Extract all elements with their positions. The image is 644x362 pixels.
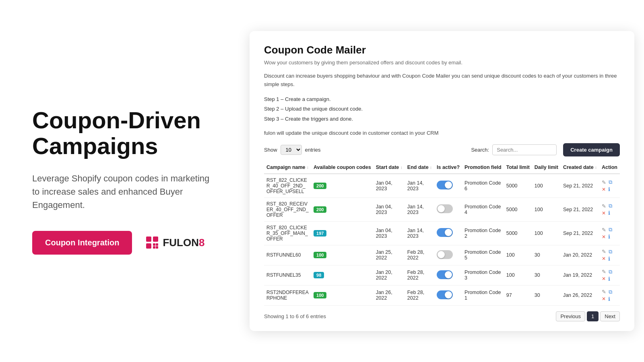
edit-icon[interactable]: ✎ — [602, 227, 606, 233]
col-created-date: Created date ↕ — [561, 161, 599, 174]
info-icon[interactable]: ℹ — [608, 210, 610, 216]
edit-icon[interactable]: ✎ — [602, 289, 606, 295]
svg-rect-6 — [156, 246, 158, 249]
info-icon[interactable]: ℹ — [608, 186, 610, 192]
previous-button[interactable]: Previous — [556, 311, 585, 321]
cell-end-date: Feb 28, 2022 — [405, 245, 434, 265]
entries-select[interactable]: 10 — [281, 145, 302, 155]
pagination-buttons: Previous 1 Next — [556, 311, 620, 321]
cell-created: Sep 21, 2022 — [561, 174, 599, 198]
toggle-1[interactable] — [437, 204, 453, 213]
page-1-button[interactable]: 1 — [587, 311, 599, 321]
fulon-icon — [145, 235, 159, 250]
toggle-0[interactable] — [437, 181, 453, 189]
heading-line1: Coupon-Driven — [32, 107, 201, 133]
cell-start-date: Jan 04, 2023 — [374, 197, 405, 221]
svg-rect-1 — [146, 243, 151, 249]
cell-end-date: Jan 14, 2023 — [405, 221, 434, 245]
delete-icon[interactable]: ✕ — [602, 187, 606, 192]
toggle-4[interactable] — [437, 270, 453, 279]
entries-label: entries — [305, 147, 321, 153]
info-icon[interactable]: ℹ — [608, 234, 610, 240]
pagination-row: Showing 1 to 6 of 6 entries Previous 1 N… — [264, 311, 620, 321]
card-title: Coupon Code Mailer — [264, 44, 620, 56]
delete-icon[interactable]: ✕ — [602, 276, 606, 282]
show-label: Show — [264, 147, 277, 153]
card-header: Coupon Code Mailer Wow your customers by… — [264, 44, 620, 136]
footer-text: Showing 1 to 6 of 6 entries — [264, 313, 326, 319]
delete-icon[interactable]: ✕ — [602, 234, 606, 240]
col-end-date: End date ↕ — [405, 161, 434, 174]
cell-action: ✎ ⧉ ✕ ℹ — [599, 265, 620, 285]
cell-end-date: Feb 28, 2022 — [405, 285, 434, 305]
toggle-3[interactable] — [437, 250, 453, 259]
toggle-5[interactable] — [437, 290, 453, 299]
edit-icon[interactable]: ✎ — [602, 179, 606, 185]
cell-end-date: Jan 14, 2023 — [405, 197, 434, 221]
copy-icon[interactable]: ⧉ — [609, 269, 612, 275]
copy-icon[interactable]: ⧉ — [609, 249, 612, 255]
cell-promo: Promotion Code 4 — [462, 197, 504, 221]
copy-icon[interactable]: ⧉ — [609, 203, 612, 209]
cell-badge: 200 — [311, 197, 374, 221]
next-button[interactable]: Next — [600, 311, 620, 321]
cell-badge: 100 — [311, 285, 374, 305]
cell-start-date: Jan 20, 2022 — [374, 265, 405, 285]
left-panel: Coupon-Driven Campaigns Leverage Shopify… — [0, 83, 250, 279]
cell-created: Sep 21, 2022 — [561, 221, 599, 245]
cell-toggle[interactable] — [434, 245, 462, 265]
subtext: Leverage Shopify coupon codes in marketi… — [32, 172, 217, 212]
page-heading: Coupon-Driven Campaigns — [32, 107, 217, 159]
cell-campaign-name: RSTFUNNEL35 — [264, 265, 311, 285]
step-1: Step 1 – Create a campaign. — [264, 95, 620, 105]
create-campaign-button[interactable]: Create campaign — [563, 143, 620, 156]
cell-start-date: Jan 04, 2023 — [374, 174, 405, 198]
copy-icon[interactable]: ⧉ — [609, 289, 612, 295]
cell-created: Sep 21, 2022 — [561, 197, 599, 221]
copy-icon[interactable]: ⧉ — [609, 226, 612, 233]
col-action: Action — [599, 161, 620, 174]
search-input[interactable] — [492, 144, 557, 155]
cell-badge: 100 — [311, 245, 374, 265]
cell-toggle[interactable] — [434, 197, 462, 221]
copy-icon[interactable]: ⧉ — [609, 179, 612, 185]
delete-icon[interactable]: ✕ — [602, 296, 606, 302]
cell-campaign-name: RST_820_RECEIVER_40_OFF_2ND_OFFER — [264, 197, 311, 221]
fulon-name: FULON — [163, 237, 199, 249]
cell-toggle[interactable] — [434, 174, 462, 198]
step-3: Step 3 – Create the triggers and done. — [264, 114, 620, 124]
card-note: fulon will update the unique discount co… — [264, 130, 620, 136]
cell-created: Jan 26, 2022 — [561, 285, 599, 305]
edit-icon[interactable]: ✎ — [602, 269, 606, 275]
col-daily-limit: Daily limit — [532, 161, 561, 174]
heading-line2: Campaigns — [32, 133, 158, 159]
cell-promo: Promotion Code 3 — [462, 265, 504, 285]
campaigns-table: Campaign name ↕ Available coupon codes S… — [264, 161, 620, 306]
cell-toggle[interactable] — [434, 265, 462, 285]
cell-start-date: Jan 26, 2022 — [374, 285, 405, 305]
cell-total: 5000 — [504, 197, 532, 221]
edit-icon[interactable]: ✎ — [602, 203, 606, 209]
info-icon[interactable]: ℹ — [608, 296, 610, 302]
toggle-2[interactable] — [437, 228, 453, 237]
info-icon[interactable]: ℹ — [608, 256, 610, 262]
cell-promo: Promotion Code 1 — [462, 285, 504, 305]
cell-daily: 100 — [532, 221, 561, 245]
cell-toggle[interactable] — [434, 285, 462, 305]
cell-promo: Promotion Code 2 — [462, 221, 504, 245]
cell-end-date: Jan 14, 2023 — [405, 174, 434, 198]
info-icon[interactable]: ℹ — [608, 276, 610, 282]
edit-icon[interactable]: ✎ — [602, 249, 606, 255]
table-row: RST_820_RECEIVER_40_OFF_2ND_OFFER 200 Ja… — [264, 197, 620, 221]
cell-action: ✎ ⧉ ✕ ℹ — [599, 197, 620, 221]
cell-campaign-name: RST_820_CLICKER_35_OFF_MAIN_OFFER — [264, 221, 311, 245]
cell-total: 5000 — [504, 221, 532, 245]
coupon-integration-button[interactable]: Coupon Integration — [32, 231, 132, 255]
cell-badge: 197 — [311, 221, 374, 245]
delete-icon[interactable]: ✕ — [602, 210, 606, 216]
cell-toggle[interactable] — [434, 221, 462, 245]
cell-campaign-name: RST2NDOFFEREARPHONE — [264, 285, 311, 305]
delete-icon[interactable]: ✕ — [602, 256, 606, 261]
cell-daily: 30 — [532, 245, 561, 265]
table-row: RST2NDOFFEREARPHONE 100 Jan 26, 2022 Feb… — [264, 285, 620, 305]
